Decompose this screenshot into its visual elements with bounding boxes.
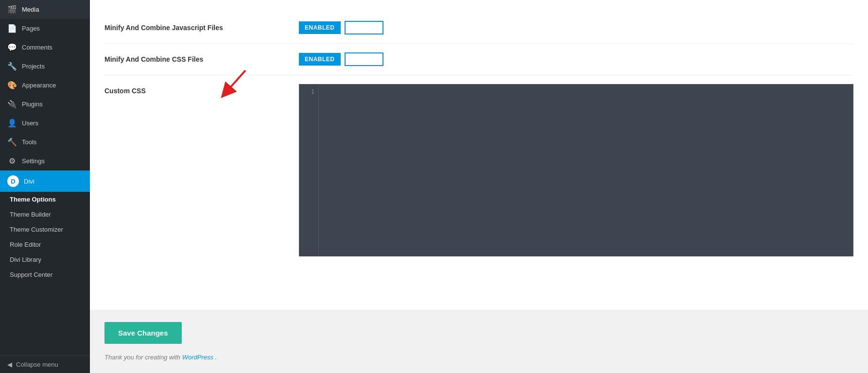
sidebar: 🎬 Media 📄 Pages 💬 Comments 🔧 Projects 🎨 … [0,0,90,373]
sidebar-item-label: Plugins [22,101,43,108]
divi-submenu-theme-builder[interactable]: Theme Builder [0,207,90,222]
divi-submenu-role-editor[interactable]: Role Editor [0,237,90,252]
wordpress-link[interactable]: WordPress [182,354,213,361]
content-area: Minify And Combine Javascript Files ENAB… [90,0,868,310]
main-content: Minify And Combine Javascript Files ENAB… [90,0,868,373]
minify-js-toggle[interactable]: ENABLED [299,21,341,34]
sidebar-item-tools[interactable]: 🔨 Tools [0,133,90,152]
footer-text: Thank you for creating with WordPress . [104,354,853,361]
pages-icon: 📄 [7,24,17,33]
divi-submenu-divi-library[interactable]: Divi Library [0,252,90,267]
media-icon: 🎬 [7,5,17,14]
sidebar-item-users[interactable]: 👤 Users [0,114,90,133]
sidebar-item-settings[interactable]: ⚙ Settings [0,152,90,170]
divi-label: Divi [24,178,35,185]
divi-submenu-support-center[interactable]: Support Center [0,267,90,282]
minify-css-control: ENABLED [299,52,853,66]
comments-icon: 💬 [7,43,17,52]
submenu-label: Theme Customizer [10,226,63,233]
minify-js-input[interactable] [345,21,383,34]
custom-css-textarea[interactable] [319,85,853,256]
plugins-icon: 🔌 [7,100,17,109]
sidebar-item-media[interactable]: 🎬 Media [0,0,90,19]
save-changes-button[interactable]: Save Changes [104,322,182,344]
sidebar-item-label: Users [22,119,38,127]
footer-suffix: . [215,354,217,361]
submenu-label: Divi Library [10,256,41,263]
custom-css-label: Custom CSS [104,84,299,95]
sidebar-item-projects[interactable]: 🔧 Projects [0,57,90,76]
minify-js-row: Minify And Combine Javascript Files ENAB… [104,12,853,44]
sidebar-item-plugins[interactable]: 🔌 Plugins [0,95,90,114]
bottom-area: Save Changes Thank you for creating with… [90,310,868,373]
minify-css-row: Minify And Combine CSS Files ENABLED [104,44,853,75]
minify-css-input[interactable] [345,52,383,66]
tools-icon: 🔨 [7,137,17,147]
divi-submenu-theme-customizer[interactable]: Theme Customizer [0,222,90,237]
sidebar-item-label: Settings [22,157,45,165]
minify-css-toggle[interactable]: ENABLED [299,53,341,66]
submenu-label: Role Editor [10,241,41,248]
submenu-label: Support Center [10,271,52,278]
sidebar-item-label: Tools [22,138,36,146]
custom-css-row: Custom CSS 1 [104,75,853,265]
sidebar-item-appearance[interactable]: 🎨 Appearance [0,76,90,95]
line-number-1: 1 [299,88,314,95]
sidebar-item-label: Appearance [22,82,56,89]
sidebar-item-label: Pages [22,25,40,32]
submenu-label: Theme Options [10,196,56,203]
divi-icon: D [7,175,19,187]
divi-submenu: Theme Options Theme Builder Theme Custom… [0,192,90,282]
sidebar-item-comments[interactable]: 💬 Comments [0,38,90,57]
divi-menu-item[interactable]: D Divi [0,170,90,192]
users-icon: 👤 [7,119,17,128]
divi-submenu-theme-options[interactable]: Theme Options [0,192,90,207]
sidebar-item-label: Media [22,6,39,13]
minify-css-label: Minify And Combine CSS Files [104,52,299,63]
sidebar-item-pages[interactable]: 📄 Pages [0,19,90,38]
minify-js-label: Minify And Combine Javascript Files [104,21,299,32]
footer-text-before: Thank you for creating with [104,354,182,361]
code-editor: 1 [299,84,853,256]
collapse-icon: ◀ [7,361,12,368]
settings-icon: ⚙ [7,156,17,166]
sidebar-item-label: Comments [22,44,52,51]
sidebar-item-label: Projects [22,63,45,70]
appearance-icon: 🎨 [7,81,17,90]
submenu-label: Theme Builder [10,211,51,218]
minify-js-control: ENABLED [299,21,853,34]
projects-icon: 🔧 [7,62,17,71]
collapse-label: Collapse menu [16,361,58,368]
collapse-menu-button[interactable]: ◀ Collapse menu [0,356,90,373]
line-numbers: 1 [299,85,319,256]
divi-section: D Divi [0,170,90,192]
